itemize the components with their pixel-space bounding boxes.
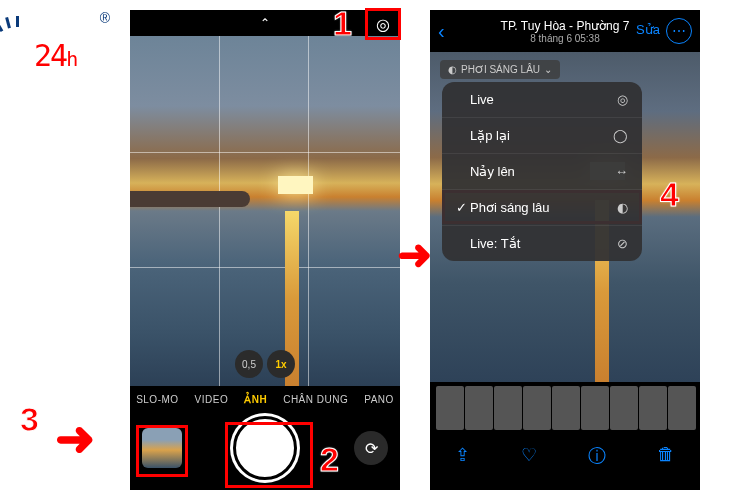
logo-text: 24h xyxy=(34,38,76,73)
menu-item-live[interactable]: Live◎ xyxy=(442,82,642,118)
menu-item-live-off[interactable]: Live: Tắt⊘ xyxy=(442,226,642,261)
mode-slomo[interactable]: SLO-MO xyxy=(136,394,178,405)
favorite-icon[interactable]: ♡ xyxy=(521,444,537,468)
photo-date: 8 tháng 6 05:38 xyxy=(530,33,600,44)
mode-portrait[interactable]: CHÂN DUNG xyxy=(283,394,348,405)
photos-screen: ‹ TP. Tuy Hòa - Phường 7 8 tháng 6 05:38… xyxy=(430,10,700,490)
loop-icon: ◯ xyxy=(613,128,628,143)
arrow-icon: ➜ xyxy=(55,410,95,466)
highlight-2 xyxy=(225,422,313,488)
mode-pano[interactable]: PANO xyxy=(364,394,394,405)
live-effects-menu: Live◎ Lặp lại◯ Nảy lên↔ ✓Phơi sáng lâu◐ … xyxy=(442,82,642,261)
chevron-down-icon: ⌄ xyxy=(544,64,552,75)
camera-switch-icon[interactable]: ⟳ xyxy=(354,431,388,465)
mode-photo[interactable]: ẢNH xyxy=(244,394,267,405)
sun-graphic xyxy=(278,176,313,194)
step-4: 4 xyxy=(660,175,679,214)
live-mode-badge[interactable]: ◐ PHƠI SÁNG LÂU ⌄ xyxy=(440,60,560,79)
camera-modes[interactable]: SLO-MO VIDEO ẢNH CHÂN DUNG PANO xyxy=(130,386,400,413)
highlight-1 xyxy=(365,8,401,40)
edit-button[interactable]: Sửa xyxy=(636,22,660,37)
mode-video[interactable]: VIDEO xyxy=(195,394,229,405)
exposure-icon: ◐ xyxy=(617,200,628,215)
zoom-0.5[interactable]: 0,5 xyxy=(235,350,263,378)
menu-item-loop[interactable]: Lặp lại◯ xyxy=(442,118,642,154)
step-3: 3 xyxy=(20,400,39,439)
zoom-control[interactable]: 0,5 1x xyxy=(235,350,295,378)
live-icon: ◐ xyxy=(448,64,457,75)
menu-item-long-exposure[interactable]: ✓Phơi sáng lâu◐ xyxy=(442,190,642,226)
info-icon[interactable]: ⓘ xyxy=(588,444,606,468)
brand-logo: 24h ® xyxy=(10,10,110,80)
live-icon: ◎ xyxy=(617,92,628,107)
camera-viewfinder[interactable]: 0,5 1x xyxy=(130,36,400,386)
chevron-up-icon[interactable]: ⌃ xyxy=(260,16,270,30)
back-icon[interactable]: ‹ xyxy=(438,20,445,43)
share-icon[interactable]: ⇪ xyxy=(455,444,470,468)
cloud-graphic xyxy=(130,191,250,207)
photo-location-title: TP. Tuy Hòa - Phường 7 xyxy=(501,19,630,33)
camera-screen: ⌃ ◎ 0,5 1x SLO-MO VIDEO ẢNH CHÂN DUNG PA… xyxy=(130,10,400,490)
menu-item-bounce[interactable]: Nảy lên↔ xyxy=(442,154,642,190)
bounce-icon: ↔ xyxy=(615,164,628,179)
highlight-3 xyxy=(136,425,188,477)
photos-toolbar: ⇪ ♡ ⓘ 🗑 xyxy=(430,434,700,478)
step-2: 2 xyxy=(320,440,339,479)
live-off-icon: ⊘ xyxy=(617,236,628,251)
trash-icon[interactable]: 🗑 xyxy=(657,444,675,468)
more-icon[interactable]: ⋯ xyxy=(666,18,692,44)
thumbnail-strip[interactable] xyxy=(430,382,700,434)
camera-topbar: ⌃ ◎ xyxy=(130,10,400,36)
photos-header: ‹ TP. Tuy Hòa - Phường 7 8 tháng 6 05:38… xyxy=(430,10,700,52)
registered-mark: ® xyxy=(100,10,110,26)
zoom-1x[interactable]: 1x xyxy=(267,350,295,378)
arrow-icon: ➜ xyxy=(397,230,432,279)
step-1: 1 xyxy=(333,4,352,43)
